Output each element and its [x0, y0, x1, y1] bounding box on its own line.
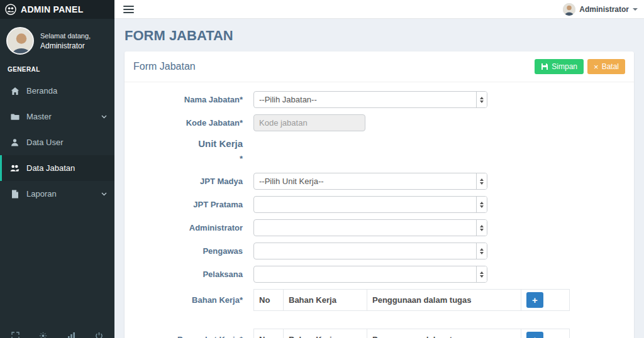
- form-row-bahan-kerja: Bahan Kerja* No Bahan Kerja Penggunaan d…: [125, 289, 634, 311]
- column-header-no: No: [254, 290, 284, 311]
- select-stepper-icon: [476, 220, 487, 236]
- sidebar-menu: Beranda Master Data User: [0, 78, 114, 207]
- column-header-penggunaan: Penggunaan dalam tugas: [367, 329, 521, 338]
- sidebar-item-label: Master: [26, 112, 52, 121]
- topbar: Administrator: [114, 0, 644, 19]
- save-button[interactable]: Simpan: [535, 59, 584, 74]
- form-row-jpt-madya: JPT Madya --Pilih Unit Kerja--: [125, 173, 634, 190]
- jpt-madya-select[interactable]: --Pilih Unit Kerja--: [253, 173, 487, 190]
- select-value: --Pilih Unit Kerja--: [254, 173, 476, 189]
- column-header-actions: +: [521, 329, 570, 338]
- select-value: --Pilih Jabatan--: [254, 92, 476, 107]
- form-jabatan-card: Form Jabatan Simpan × Batal: [125, 52, 634, 338]
- select-stepper-icon: [476, 92, 487, 107]
- topbar-avatar: [563, 3, 575, 16]
- jpt-pratama-label: JPT Pratama: [125, 200, 253, 209]
- home-icon: [10, 87, 19, 95]
- select-stepper-icon: [476, 197, 487, 212]
- table-header-row: No Bahan Kerja Penggunaan dalam tugas +: [254, 290, 570, 311]
- unit-kerja-heading-row: Unit Kerja *: [125, 138, 634, 164]
- form-row-kode-jabatan: Kode Jabatan*: [125, 114, 634, 131]
- jpt-pratama-select[interactable]: [253, 196, 487, 213]
- chevron-down-icon: [101, 192, 107, 196]
- perangkat-kerja-label: Perangkat Kerja*: [125, 335, 253, 338]
- chevron-down-icon: [633, 8, 638, 11]
- jpt-madya-label: JPT Madya: [125, 177, 253, 186]
- close-icon: ×: [594, 63, 599, 71]
- unit-kerja-label-text: Unit Kerja: [198, 138, 243, 149]
- add-bahan-kerja-button[interactable]: +: [526, 292, 543, 308]
- sidebar-item-label: Beranda: [26, 86, 57, 95]
- expand-icon[interactable]: [11, 331, 19, 338]
- sidebar-item-beranda[interactable]: Beranda: [0, 78, 114, 104]
- sidebar-item-master[interactable]: Master: [0, 104, 114, 129]
- file-icon: [10, 190, 19, 199]
- kode-jabatan-label: Kode Jabatan*: [125, 118, 253, 128]
- cancel-button-label: Batal: [602, 62, 619, 71]
- form-body: Nama Jabatan* --Pilih Jabatan-- Kode Jab…: [125, 82, 634, 338]
- pengawas-select[interactable]: [253, 243, 487, 259]
- topbar-user-menu[interactable]: Administrator: [563, 3, 638, 16]
- topbar-user-name: Administrator: [579, 5, 629, 14]
- form-row-nama-jabatan: Nama Jabatan* --Pilih Jabatan--: [125, 91, 634, 108]
- sidebar-item-label: Data Jabatan: [26, 163, 75, 173]
- nama-jabatan-label: Nama Jabatan*: [125, 95, 253, 104]
- select-stepper-icon: [476, 266, 487, 282]
- pelaksana-select[interactable]: [253, 266, 487, 283]
- form-row-administrator: Administrator: [125, 219, 634, 236]
- bahan-kerja-table: No Bahan Kerja Penggunaan dalam tugas +: [253, 289, 570, 311]
- brand-logo-icon: [5, 4, 16, 15]
- sidebar-item-laporan[interactable]: Laporan: [0, 181, 114, 207]
- sidebar: ADMIN PANEL Selamat datang, Administrato…: [0, 0, 114, 338]
- select-value: [254, 266, 476, 282]
- chevron-down-icon: [101, 115, 107, 119]
- select-stepper-icon: [476, 173, 487, 189]
- sidebar-footer: [0, 331, 114, 338]
- save-button-label: Simpan: [552, 62, 577, 71]
- gear-icon[interactable]: [39, 331, 47, 338]
- user-avatar: [6, 27, 34, 55]
- nama-jabatan-select[interactable]: --Pilih Jabatan--: [253, 91, 487, 108]
- card-actions: Simpan × Batal: [535, 59, 625, 74]
- select-value: [254, 197, 476, 212]
- form-row-perangkat-kerja: Perangkat Kerja* No Bahan Kerja Pengguna…: [125, 329, 634, 338]
- card-header: Form Jabatan Simpan × Batal: [125, 52, 634, 82]
- column-header-no: No: [254, 329, 284, 338]
- column-header-bahan-kerja: Bahan Kerja: [284, 290, 367, 311]
- column-header-penggunaan: Penggunaan dalam tugas: [367, 290, 521, 311]
- sidebar-item-label: Laporan: [26, 189, 57, 199]
- sidebar-item-data-jabatan[interactable]: Data Jabatan: [0, 155, 114, 181]
- select-stepper-icon: [476, 243, 487, 259]
- admin-panel-app: ADMIN PANEL Selamat datang, Administrato…: [0, 0, 644, 338]
- bahan-kerja-label: Bahan Kerja*: [125, 295, 253, 305]
- pengawas-label: Pengawas: [125, 246, 253, 256]
- administrator-select[interactable]: [253, 219, 487, 236]
- welcome-line1: Selamat datang,: [40, 32, 91, 40]
- select-value: [254, 220, 476, 236]
- required-asterisk: *: [125, 154, 243, 165]
- form-row-pelaksana: Pelaksana: [125, 266, 634, 283]
- card-title: Form Jabatan: [133, 61, 196, 72]
- sidebar-item-label: Data User: [26, 138, 64, 147]
- save-icon: [541, 63, 548, 70]
- content-area: FORM JABATAN Form Jabatan Simpan ×: [114, 19, 644, 338]
- hamburger-menu-icon[interactable]: [121, 3, 136, 16]
- column-header-bahan-kerja: Bahan Kerja: [284, 329, 367, 338]
- brand-header[interactable]: ADMIN PANEL: [0, 0, 114, 19]
- form-row-pengawas: Pengawas: [125, 243, 634, 259]
- cancel-button[interactable]: × Batal: [587, 59, 625, 74]
- select-value: [254, 243, 476, 259]
- power-icon[interactable]: [95, 331, 103, 338]
- sidebar-item-data-user[interactable]: Data User: [0, 129, 114, 155]
- chart-icon[interactable]: [67, 331, 75, 338]
- user-icon: [10, 138, 19, 146]
- folder-icon: [10, 112, 19, 121]
- add-perangkat-kerja-button[interactable]: +: [526, 332, 543, 338]
- administrator-label: Administrator: [125, 223, 253, 232]
- sidebar-section-label: GENERAL: [0, 62, 114, 78]
- unit-kerja-label: Unit Kerja *: [125, 138, 253, 164]
- perangkat-kerja-table: No Bahan Kerja Penggunaan dalam tugas +: [253, 329, 570, 338]
- main-area: Administrator FORM JABATAN Form Jabatan …: [114, 0, 644, 338]
- pelaksana-label: Pelaksana: [125, 270, 253, 279]
- brand-title: ADMIN PANEL: [21, 4, 83, 14]
